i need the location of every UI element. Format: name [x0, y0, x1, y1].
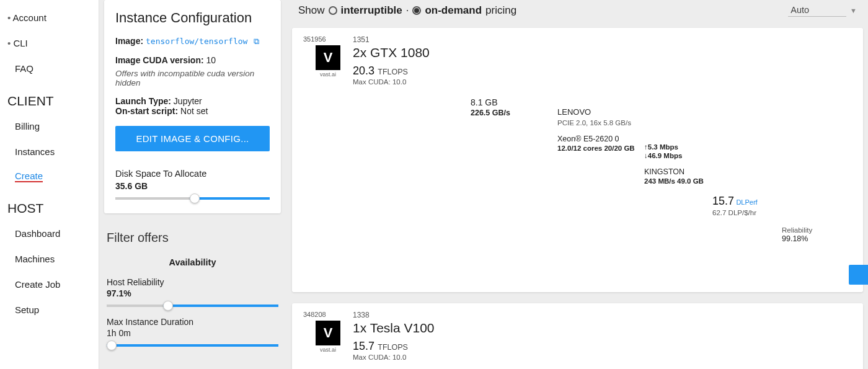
- offers-list: 351956 V vast.ai 1351 2x GTX 1080 20.3 T…: [292, 28, 863, 369]
- slider-thumb[interactable]: [190, 193, 200, 203]
- cuda-version-value: 10: [206, 55, 216, 65]
- price: $0.250/hr: [849, 234, 868, 246]
- dlperf-per-dollar: 62.7 DLP/$/hr: [712, 209, 782, 216]
- sidebar-item-account[interactable]: Account: [0, 5, 99, 30]
- sidebar-section-host: HOST: [0, 189, 99, 221]
- slider-thumb[interactable]: [163, 301, 173, 311]
- gpu-memory: 8.1 GB: [471, 97, 557, 107]
- pricing-radio-ondemand[interactable]: on-demand: [412, 4, 482, 17]
- onstart-label: On-start script:: [115, 106, 178, 116]
- offer-id: 348208: [303, 311, 353, 318]
- image-label: Image:: [115, 36, 143, 46]
- config-column: Instance Configuration Image: tensorflow…: [99, 0, 288, 369]
- sidebar-item-setup[interactable]: Setup: [0, 297, 99, 322]
- gpu-memory-rate: 226.5 GB/s: [471, 109, 557, 117]
- sidebar-item-faq[interactable]: FAQ: [0, 56, 99, 81]
- launch-type-value: Jupyter: [174, 96, 202, 106]
- edit-image-config-button[interactable]: EDIT IMAGE & CONFIG...: [115, 126, 270, 151]
- cpu-cores: 12.0/12 cores 20/20 GB: [557, 144, 644, 152]
- offer-subid: 1338: [353, 311, 471, 319]
- dropdown-icon[interactable]: ▼: [850, 7, 857, 14]
- show-label: Show: [298, 4, 325, 17]
- sort-select[interactable]: Auto: [788, 4, 846, 17]
- max-cuda: Max CUDA: 10.0: [353, 353, 471, 361]
- max-duration-label: Max Instance Duration: [107, 317, 278, 327]
- provider-name: vast.ai: [320, 347, 336, 353]
- host-name: LENOVO: [557, 107, 644, 117]
- reliability-value: 99.18%: [782, 234, 849, 243]
- storage-name: KINGSTON: [644, 167, 712, 176]
- logo-icon: V: [316, 321, 340, 345]
- dlperf: 15.7 DLPerf: [712, 195, 782, 208]
- gpu-name: 1x Tesla V100: [353, 321, 471, 336]
- disk-space-slider[interactable]: [115, 197, 270, 200]
- reliability-label: Reliability: [782, 226, 849, 234]
- offer-card: 348208 V vast.ai 1338 1x Tesla V100 15.7…: [292, 303, 863, 369]
- disk-space-value: 35.6 GB: [115, 181, 270, 191]
- max-duration-slider[interactable]: [107, 344, 278, 347]
- provider-name: vast.ai: [320, 71, 336, 78]
- pricing-tail: pricing: [485, 4, 516, 17]
- rent-button[interactable]: RENT: [849, 265, 868, 285]
- host-reliability-label: Host Reliability: [107, 277, 278, 287]
- logo-icon: V: [316, 45, 340, 70]
- cuda-version-label: Image CUDA version:: [115, 55, 204, 65]
- pricing-mode-row: Show interruptible · on-demand pricing A…: [292, 0, 863, 28]
- provider-logo: V vast.ai: [303, 321, 353, 353]
- sidebar-item-dashboard[interactable]: Dashboard: [0, 221, 99, 246]
- disk-space-label: Disk Space To Allocate: [115, 169, 270, 179]
- slider-thumb[interactable]: [107, 340, 117, 350]
- sidebar-item-billing[interactable]: Billing: [0, 113, 99, 139]
- availability-heading: Availability: [107, 257, 278, 267]
- sidebar-item-create[interactable]: Create: [15, 171, 43, 182]
- launch-type-label: Launch Type:: [115, 96, 171, 106]
- tflops: 15.7 TFLOPS: [353, 340, 471, 353]
- max-duration-value: 1h 0m: [107, 328, 278, 338]
- net-down: ↓46.9 Mbps: [644, 152, 712, 159]
- filter-offers-title: Filter offers: [107, 231, 278, 245]
- offer-card: 351956 V vast.ai 1351 2x GTX 1080 20.3 T…: [292, 28, 863, 292]
- instance-config-card: Instance Configuration Image: tensorflow…: [104, 0, 281, 213]
- offer-subid: 1351: [353, 35, 471, 44]
- instance-config-title: Instance Configuration: [115, 10, 270, 26]
- provider-logo: V vast.ai: [303, 45, 353, 78]
- sidebar-item-instances[interactable]: Instances: [0, 139, 99, 164]
- tflops: 20.3 TFLOPS: [353, 64, 471, 78]
- image-link[interactable]: tensorflow/tensorflow: [146, 37, 247, 46]
- cuda-note: Offers with incompatible cuda version hi…: [115, 69, 270, 87]
- offer-id: 351956: [303, 35, 353, 43]
- storage-value: 243 MB/s 49.0 GB: [644, 177, 712, 185]
- onstart-value: Not set: [180, 106, 208, 116]
- sidebar-item-create-job[interactable]: Create Job: [0, 272, 99, 297]
- external-link-icon[interactable]: ⧉: [254, 37, 259, 46]
- filter-offers-panel: Filter offers Availability Host Reliabil…: [104, 228, 281, 347]
- offers-column: Show interruptible · on-demand pricing A…: [288, 0, 868, 369]
- net-up: ↑5.3 Mbps: [644, 143, 712, 151]
- pcie-info: PCIE 2.0, 16x 5.8 GB/s: [557, 119, 644, 127]
- gpu-name: 2x GTX 1080: [353, 45, 471, 60]
- sidebar-item-cli[interactable]: CLI: [0, 30, 99, 56]
- host-reliability-value: 97.1%: [107, 288, 278, 298]
- sidebar-section-client: CLIENT: [0, 81, 99, 113]
- pricing-radio-interruptible[interactable]: interruptible: [329, 4, 402, 17]
- sidebar-item-machines[interactable]: Machines: [0, 246, 99, 272]
- sidebar: AccountCLIFAQ CLIENT BillingInstancesCre…: [0, 0, 99, 369]
- host-reliability-slider[interactable]: [107, 305, 278, 307]
- max-cuda: Max CUDA: 10.0: [353, 78, 471, 86]
- cpu-name: Xeon® E5-2620 0: [557, 135, 644, 143]
